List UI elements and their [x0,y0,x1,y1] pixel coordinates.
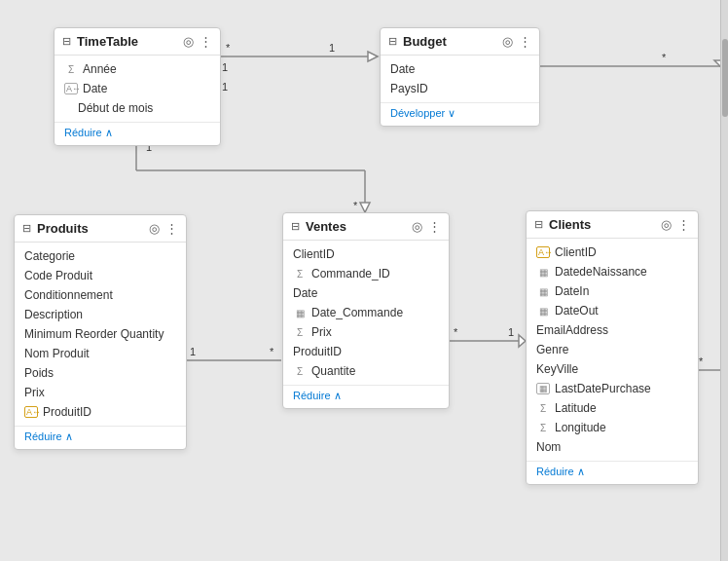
svg-text:1: 1 [222,61,228,73]
row-label: Date [83,82,107,95]
eye-icon[interactable]: ◎ [183,34,194,49]
timetable-table-icon: ⊟ [62,35,71,48]
table-row: A↔ ClientID [527,243,698,262]
budget-title: Budget [403,34,498,49]
diagram-canvas: 1 * * 1 * 1 * * 1 * 1 1 [0,0,728,561]
table-row: A↔ ProduitID [15,402,186,422]
ventes-table-icon: ⊟ [291,220,300,233]
row-label: Latitude [555,401,597,415]
timetable-body: Σ Année A↔ Date Début de mois [55,56,220,122]
row-label: Longitude [555,421,606,434]
row-label: Conditionnement [24,288,113,302]
ventes-title: Ventes [306,219,408,234]
table-row: Conditionnement [15,285,186,305]
row-label: DatedeNaissance [555,265,647,279]
produits-table-icon: ⊟ [22,222,31,235]
table-row: Code Produit [15,266,186,285]
svg-marker-18 [519,335,526,347]
canvas-scrollbar[interactable] [720,0,728,561]
reduce-link[interactable]: Réduire ∧ [24,430,176,443]
eye-icon[interactable]: ◎ [661,217,672,232]
row-label: Description [24,308,83,321]
timetable-header: ⊟ TimeTable ◎ ⋮ [55,28,220,56]
clients-title: Clients [549,217,657,232]
budget-card: ⊟ Budget ◎ ⋮ Date PaysID Développer ∨ [380,27,540,127]
row-label: Date [390,62,415,76]
row-label: ProduitID [293,345,342,358]
produits-actions[interactable]: ◎ ⋮ [149,221,178,236]
row-label: Nom Produit [24,347,90,360]
ventes-footer: Réduire ∧ [283,385,449,408]
timetable-actions[interactable]: ◎ ⋮ [183,34,212,49]
reduce-link[interactable]: Réduire ∧ [536,466,688,478]
budget-actions[interactable]: ◎ ⋮ [502,34,531,49]
calendar-icon: ▦ [293,308,307,318]
produits-header: ⊟ Produits ◎ ⋮ [15,215,186,243]
row-label: ClientID [555,245,597,259]
timetable-card: ⊟ TimeTable ◎ ⋮ Σ Année A↔ Date Début de… [54,27,221,146]
row-label: Date_Commande [311,306,403,319]
row-label: Code Produit [24,269,92,282]
more-icon[interactable]: ⋮ [677,217,690,232]
table-row: Nom [527,437,698,457]
produits-title: Produits [37,221,145,236]
more-icon[interactable]: ⋮ [165,221,178,236]
budget-body: Date PaysID [381,56,539,102]
cal-key-icon: ▦ [536,383,550,394]
table-row: ▦ DateIn [527,281,698,301]
clients-actions[interactable]: ◎ ⋮ [661,217,690,232]
row-label: Année [83,62,117,76]
expand-link[interactable]: Développer ∨ [390,107,529,120]
row-label: Genre [536,343,568,356]
svg-text:1: 1 [329,42,335,54]
table-row: Σ Latitude [527,398,698,418]
eye-icon[interactable]: ◎ [412,219,422,234]
row-label: Commande_ID [311,267,390,280]
table-row: ▦ DateOut [527,301,698,320]
table-row: ▦ LastDatePurchase [527,379,698,398]
svg-marker-7 [368,52,378,61]
eye-icon[interactable]: ◎ [502,34,513,49]
more-icon[interactable]: ⋮ [200,34,212,49]
table-row: Minimum Reorder Quantity [15,324,186,344]
key-abc-icon: A↔ [536,246,550,258]
clients-table-icon: ⊟ [534,218,543,231]
row-label: LastDatePurchase [555,382,651,395]
budget-footer: Développer ∨ [381,102,539,126]
table-row: Poids [15,363,186,383]
table-row: ▦ DatedeNaissance [527,262,698,281]
table-row: KeyVille [527,359,698,379]
row-label: ProduitID [43,405,91,419]
table-row: Début de mois [55,98,220,118]
table-row: Date [283,283,449,303]
svg-text:1: 1 [190,346,196,357]
sigma-icon: Σ [64,64,78,75]
produits-footer: Réduire ∧ [15,426,186,449]
calendar-icon: ▦ [536,286,550,297]
table-row: Prix [15,383,186,402]
row-label: Prix [311,325,332,339]
reduce-link[interactable]: Réduire ∧ [64,127,210,139]
more-icon[interactable]: ⋮ [428,219,441,234]
budget-table-icon: ⊟ [388,35,397,48]
scrollbar-thumb[interactable] [722,39,728,117]
table-row: Description [15,305,186,324]
svg-text:1: 1 [222,81,228,93]
clients-card: ⊟ Clients ◎ ⋮ A↔ ClientID ▦ DatedeNaissa… [526,210,699,485]
eye-icon[interactable]: ◎ [149,221,160,236]
row-label: Minimum Reorder Quantity [24,327,164,341]
row-label: PaysID [390,82,428,95]
table-row: Σ Quantite [283,361,449,381]
svg-text:*: * [353,200,358,211]
ventes-actions[interactable]: ◎ ⋮ [412,219,441,234]
svg-text:1: 1 [508,326,514,338]
sigma-icon: Σ [293,327,307,338]
row-label: DateOut [555,304,599,318]
produits-body: Categorie Code Produit Conditionnement D… [15,243,186,426]
table-row: Σ Prix [283,322,449,342]
reduce-link[interactable]: Réduire ∧ [293,390,439,402]
table-row: Σ Commande_ID [283,264,449,283]
table-row: ProduitID [283,342,449,361]
more-icon[interactable]: ⋮ [519,34,531,49]
row-label: DateIn [555,284,589,298]
